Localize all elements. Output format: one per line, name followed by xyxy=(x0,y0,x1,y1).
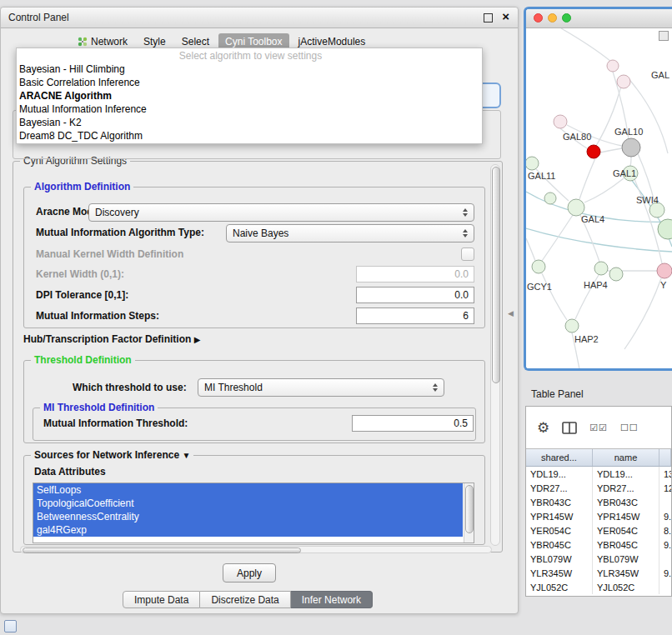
node[interactable] xyxy=(609,268,623,281)
tab-discretize-data[interactable]: Discretize Data xyxy=(200,591,290,608)
cell-shared-name: YBL079W xyxy=(526,552,593,566)
dropdown-placeholder: Select algorithm to view settings xyxy=(17,49,482,62)
tab-impute-data[interactable]: Impute Data xyxy=(123,591,200,608)
table-row[interactable]: YJL052C YJL052C xyxy=(526,580,671,594)
node-label: SWI4 xyxy=(636,195,659,205)
table-row[interactable]: YPR145W YPR145W 9. xyxy=(526,509,671,523)
table-header-row: shared... name xyxy=(526,448,671,467)
select-all-checks-icon[interactable]: ☑☑ xyxy=(589,422,608,433)
hub-section-toggle[interactable]: Hub/Transcription Factor Definition ▶ xyxy=(23,333,200,345)
table-toolbar: ⚙ ☑☑ ☐☐ xyxy=(526,407,671,448)
scrollbar-thumb[interactable] xyxy=(465,485,474,533)
dropdown-item[interactable]: Bayesian - Hill Climbing xyxy=(17,62,482,76)
manual-kernel-label: Manual Kernel Width Definition xyxy=(36,248,183,260)
dropdown-item[interactable]: Mutual Information Inference xyxy=(17,102,482,116)
dropdown-item[interactable]: Basic Correlation Inference xyxy=(17,76,482,89)
list-item-selected[interactable]: BetweennessCentrality xyxy=(33,510,463,523)
node[interactable] xyxy=(657,263,672,278)
dropdown-item[interactable]: Bayesian - K2 xyxy=(17,116,482,129)
tab-label: Network xyxy=(91,36,128,48)
select-arrows-icon xyxy=(433,383,438,392)
node-selected-red[interactable] xyxy=(587,145,600,158)
cell-name: YDL19... xyxy=(593,467,659,481)
field-value: 0.0 xyxy=(454,268,469,280)
zoom-traffic-light-icon[interactable] xyxy=(562,13,571,22)
table-row[interactable]: YBR045C YBR045C 9. xyxy=(526,538,671,552)
table-row[interactable]: YDR27... YDR27... 12 xyxy=(526,481,671,495)
splitter-collapse-icon[interactable]: ◀ xyxy=(508,309,514,318)
settings-horizontal-scrollbar[interactable] xyxy=(20,546,492,553)
tab-infer-network[interactable]: Infer Network xyxy=(291,591,373,608)
node-label: GAL1 xyxy=(613,168,636,178)
tab-label: Cyni Toolbox xyxy=(225,36,282,48)
scroll-corner-button[interactable] xyxy=(659,31,669,41)
control-panel-titlebar[interactable]: Control Panel × xyxy=(1,8,518,28)
column-header-name[interactable]: name xyxy=(593,449,659,466)
node-label: Y xyxy=(660,280,667,290)
dropdown-item[interactable]: Dream8 DC_TDC Algorithm xyxy=(17,129,482,142)
list-item-selected[interactable]: SelfLoops xyxy=(33,483,463,497)
mi-steps-input[interactable]: 6 xyxy=(356,308,474,324)
node-label: GAL11 xyxy=(528,171,555,181)
scrollbar-thumb[interactable] xyxy=(23,548,301,553)
list-item-selected[interactable]: TopologicalCoefficient xyxy=(33,497,463,510)
node-gal11[interactable] xyxy=(526,157,539,170)
node-gal80[interactable] xyxy=(554,115,567,128)
tab-label: Impute Data xyxy=(134,594,188,606)
cell-shared-name: YLR345W xyxy=(526,566,593,580)
node-gal10[interactable] xyxy=(622,138,640,157)
aracne-mode-select[interactable]: Discovery xyxy=(88,203,474,222)
column-header-partial[interactable] xyxy=(659,449,671,466)
dpi-tolerance-input[interactable]: 0.0 xyxy=(356,287,474,303)
scrollbar-thumb[interactable] xyxy=(492,167,500,383)
apply-button[interactable]: Apply xyxy=(223,563,276,582)
restore-panel-icon[interactable] xyxy=(4,620,17,632)
mi-threshold-input[interactable]: 0.5 xyxy=(352,415,474,432)
kernel-width-label: Kernel Width (0,1): xyxy=(36,268,124,280)
node-hap4[interactable] xyxy=(594,262,608,275)
collapse-right-icon: ▶ xyxy=(194,335,201,344)
mi-threshold-group: MI Threshold Definition Mutual Informati… xyxy=(33,408,476,441)
close-traffic-light-icon[interactable] xyxy=(534,13,543,22)
table-row[interactable]: YDL19... YDL19... 13 xyxy=(526,467,671,481)
close-icon[interactable]: × xyxy=(502,9,509,23)
algorithm-definition-group: Algorithm Definition Aracne Mode: Discov… xyxy=(23,187,485,328)
tab-label: Style xyxy=(143,36,166,48)
cyni-algorithm-settings-group: Cyni Algorithm Settings Algorithm Defini… xyxy=(13,161,503,552)
settings-vertical-scrollbar[interactable] xyxy=(490,164,500,546)
node[interactable] xyxy=(544,192,556,204)
node-hap2[interactable] xyxy=(565,319,579,332)
table-row[interactable]: YBR043C YBR043C xyxy=(526,495,671,509)
table-row[interactable]: YER054C YER054C 8. xyxy=(526,523,671,538)
kernel-width-input[interactable]: 0.0 xyxy=(356,266,474,282)
minimize-traffic-light-icon[interactable] xyxy=(548,13,557,22)
tab-label: Infer Network xyxy=(302,594,361,606)
sources-title: Sources for Network Inference xyxy=(34,449,179,461)
network-window-titlebar[interactable] xyxy=(526,9,672,28)
list-vertical-scrollbar[interactable] xyxy=(464,483,474,542)
cell-name: YBR045C xyxy=(593,538,659,552)
network-canvas[interactable]: GAL GAL80 GAL10 GAL11 GAL1 SWI4 GAL4 GCY… xyxy=(526,28,672,369)
cell-extra: 12 xyxy=(659,483,671,493)
node[interactable] xyxy=(617,75,630,88)
node-gcy1[interactable] xyxy=(532,260,545,273)
deselect-all-checks-icon[interactable]: ☐☐ xyxy=(620,422,639,433)
threshold-definition-group: Threshold Definition Which threshold to … xyxy=(23,360,485,443)
edge xyxy=(584,178,624,202)
manual-kernel-checkbox[interactable] xyxy=(461,248,474,261)
table-row[interactable]: YBL079W YBL079W xyxy=(526,552,671,566)
table-row[interactable]: YLR345W YLR345W 9. xyxy=(526,566,671,580)
gear-icon[interactable]: ⚙ xyxy=(537,421,549,435)
column-header-shared-name[interactable]: shared... xyxy=(526,449,593,466)
sources-section-toggle[interactable]: Sources for Network Inference ▼ xyxy=(31,449,193,461)
node-gal4[interactable] xyxy=(568,199,584,216)
dropdown-item-selected[interactable]: ARACNE Algorithm xyxy=(17,89,482,102)
table-panel: ⚙ ☑☑ ☐☐ shared... name YDL19... YDL19...… xyxy=(525,406,672,597)
list-item-selected[interactable]: gal4RGexp xyxy=(33,523,463,537)
mi-type-select[interactable]: Naive Bayes xyxy=(226,224,474,242)
columns-icon[interactable] xyxy=(562,422,577,434)
edge xyxy=(542,273,567,320)
node[interactable] xyxy=(607,60,619,72)
float-window-icon[interactable] xyxy=(484,13,493,22)
which-threshold-select[interactable]: MI Threshold xyxy=(198,378,444,397)
